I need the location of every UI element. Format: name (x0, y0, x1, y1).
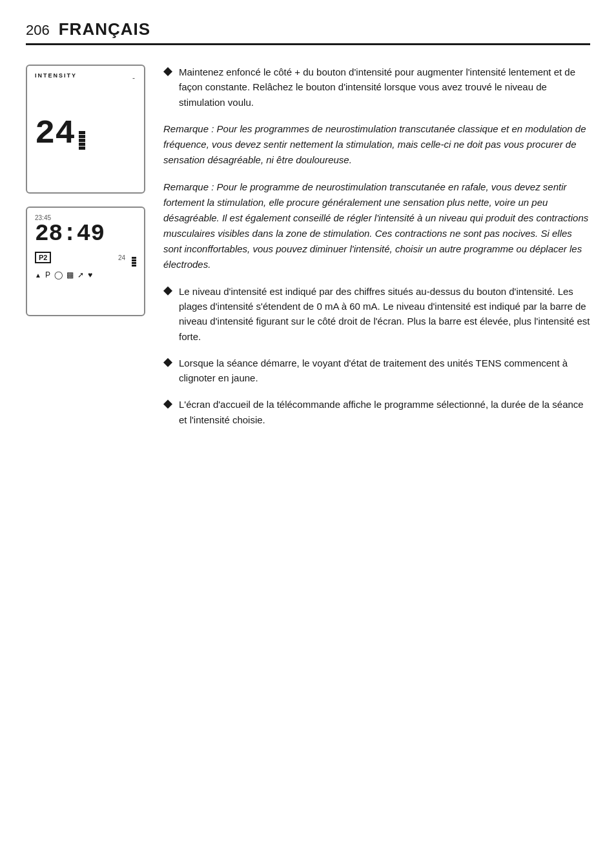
intensity-small-bottom: 24 (118, 254, 125, 261)
heart-icon: ♥ (88, 270, 92, 279)
bar-seg-2 (79, 143, 85, 146)
intensity-bar-small (132, 248, 136, 267)
bar-seg-4 (79, 135, 85, 138)
bar-sm-1 (132, 265, 136, 267)
left-column: INTENSITY - 24 23:45 28:49 P2 24 (26, 65, 145, 439)
note-text-1: Pour les programmes de neurostimulation … (163, 123, 586, 165)
bullet-diamond-2 (163, 287, 172, 296)
time-large: 28:49 (35, 223, 136, 246)
lock-icon: ▩ (67, 270, 74, 279)
screen-minus: - (132, 74, 135, 83)
note-label-2: Remarque : (163, 181, 214, 192)
bullet-item-3: Lorsque la séance démarre, le voyant d'é… (163, 356, 590, 386)
program-badge: P2 (35, 252, 51, 263)
bar-sm-2 (132, 262, 136, 264)
bar-sm-4 (132, 257, 136, 259)
power-icon: ◯ (54, 270, 63, 279)
bar-seg-3 (79, 139, 85, 142)
main-content: INTENSITY - 24 23:45 28:49 P2 24 (26, 65, 590, 439)
page-number: 206 (26, 22, 50, 39)
note-block-1: Remarque : Pour les programmes de neuros… (163, 121, 590, 168)
up-icon: ➚ (77, 270, 84, 279)
p-icon: P (45, 270, 50, 279)
intensity-bar (79, 111, 85, 150)
screen-label: INTENSITY (35, 72, 136, 79)
bar-seg-1 (79, 146, 85, 150)
device-screen-top: INTENSITY - 24 (26, 65, 145, 194)
note-text-2: Pour le programme de neurostimulation tr… (163, 181, 588, 270)
bar-seg-5 (79, 131, 85, 134)
right-column: Maintenez enfoncé le côté + du bouton d'… (163, 65, 590, 439)
intensity-number: 24 (35, 117, 75, 151)
bullet-text-1: Maintenez enfoncé le côté + du bouton d'… (179, 65, 590, 110)
note-label-1: Remarque : (163, 123, 214, 134)
bullet-diamond-4 (163, 399, 172, 409)
note-block-2: Remarque : Pour le programme de neurosti… (163, 179, 590, 272)
bullet-item-4: L'écran d'accueil de la télécommande aff… (163, 397, 590, 427)
program-row: P2 24 (35, 248, 136, 267)
bullet-item-1: Maintenez enfoncé le côté + du bouton d'… (163, 65, 590, 110)
bullet-text-3: Lorsque la séance démarre, le voyant d'é… (179, 356, 590, 386)
icon-row: ▲ P ◯ ▩ ➚ ♥ (35, 270, 136, 279)
bullet-item-2: Le niveau d'intensité est indiqué par de… (163, 284, 590, 344)
bullet-text-4: L'écran d'accueil de la télécommande aff… (179, 397, 590, 427)
bar-sm-3 (132, 259, 136, 261)
device-screen-bottom: 23:45 28:49 P2 24 ▲ P ◯ ▩ ➚ ♥ (26, 207, 145, 316)
home-icon: ▲ (35, 272, 41, 279)
page-language: FRANÇAIS (59, 19, 150, 39)
intensity-value-row: 24 (35, 111, 136, 151)
page-header: 206 FRANÇAIS (26, 19, 590, 45)
bullet-diamond-3 (163, 358, 172, 367)
bullet-diamond-1 (163, 67, 172, 76)
bullet-text-2: Le niveau d'intensité est indiqué par de… (179, 284, 590, 344)
